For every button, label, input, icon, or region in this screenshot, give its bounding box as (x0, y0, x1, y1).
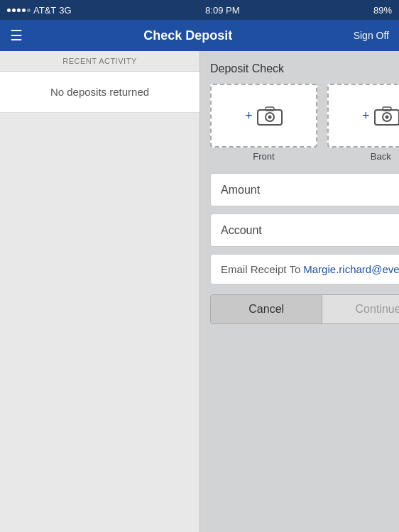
time-label: 8:09 PM (205, 5, 239, 16)
recent-activity-header: RECENT ACTIVITY (0, 51, 200, 72)
svg-point-3 (268, 116, 271, 119)
signal-dot-5 (27, 9, 31, 12)
network-label: 3G (59, 5, 71, 16)
account-label: Account (221, 224, 262, 237)
nav-title: Check Deposit (143, 28, 232, 43)
svg-point-7 (385, 116, 388, 119)
back-photo-box: + Back (327, 84, 399, 162)
email-receipt-field[interactable]: Email Receipt To Margie.richard@everba..… (210, 254, 399, 284)
nav-bar: ☰ Check Deposit Sign Off (0, 20, 399, 51)
signal-dot-1 (7, 9, 11, 12)
front-camera-icon (257, 106, 283, 126)
front-plus-icon: + (245, 109, 253, 123)
signal-dot-2 (12, 9, 16, 12)
signal-dots (7, 9, 31, 12)
account-field[interactable]: Account › (210, 214, 399, 247)
menu-icon[interactable]: ☰ (10, 27, 23, 44)
front-label: Front (253, 151, 274, 162)
svg-rect-6 (383, 107, 391, 111)
email-receipt-value: Margie.richard@everba... (303, 263, 399, 275)
back-camera-icon (374, 106, 399, 126)
signal-dot-4 (22, 9, 26, 12)
signal-dot-3 (17, 9, 21, 12)
amount-label: Amount (221, 184, 260, 196)
front-photo-frame[interactable]: + (210, 84, 317, 148)
deposit-check-title: Deposit Check (210, 62, 399, 75)
left-panel: RECENT ACTIVITY No deposits returned (0, 51, 200, 532)
continue-button[interactable]: Continue (322, 294, 399, 324)
status-bar: AT&T 3G 8:09 PM 89% (0, 0, 399, 20)
svg-rect-2 (266, 107, 274, 111)
check-photos: + Front + (210, 84, 399, 162)
cancel-button[interactable]: Cancel (210, 294, 322, 324)
email-receipt-label: Email Receipt To (221, 263, 300, 275)
back-photo-frame[interactable]: + (327, 84, 399, 148)
battery-label: 89% (373, 5, 392, 16)
main-layout: RECENT ACTIVITY No deposits returned Dep… (0, 51, 399, 532)
status-left: AT&T 3G (7, 5, 72, 16)
front-photo-box: + Front (210, 84, 317, 162)
action-buttons: Cancel Continue (210, 294, 399, 324)
amount-field[interactable]: Amount › (210, 173, 399, 206)
sign-off-button[interactable]: Sign Off (354, 30, 389, 41)
back-label: Back (371, 151, 391, 162)
right-panel: Deposit Check + Front + (200, 51, 399, 532)
back-plus-icon: + (362, 109, 370, 123)
no-deposits-text: No deposits returned (0, 72, 200, 113)
carrier-label: AT&T (33, 5, 56, 16)
